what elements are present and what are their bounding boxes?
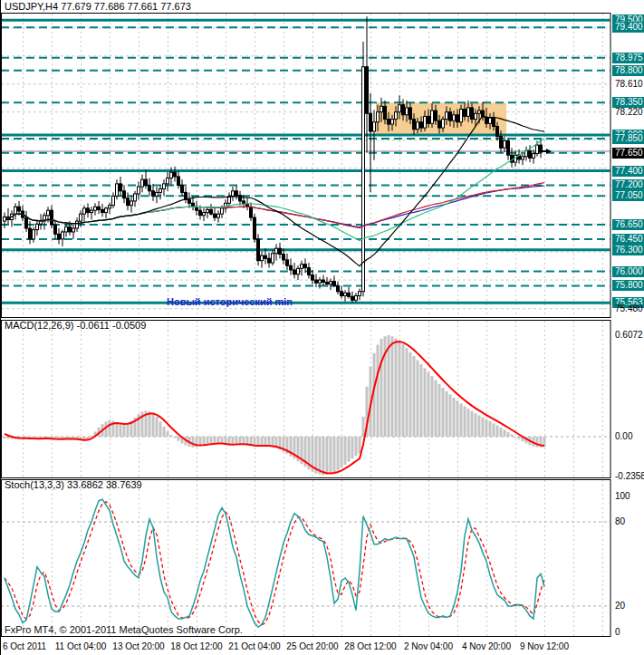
price-level-label: 76.650 (612, 219, 644, 230)
chart-title: USDJPY,H4 77.679 77.686 77.661 77.673 (5, 1, 191, 12)
time-axis-label: 4 Nov 20:00 (462, 641, 511, 651)
mt4-chart-window: USDJPY,H4 77.679 77.686 77.661 77.673 Но… (0, 0, 644, 655)
price-grid-label: 78.610 (612, 79, 644, 90)
price-level-label: 77.400 (612, 166, 644, 177)
current-price-label: 77.650 (612, 148, 644, 159)
stoch-plot-border (2, 480, 611, 637)
time-axis-label: 25 Oct 20:00 (286, 641, 338, 651)
macd-values: -0.0611 -0.0509 (76, 320, 146, 331)
price-level-label: 77.850 (612, 133, 644, 144)
time-axis-label: 11 Oct 04:00 (55, 641, 107, 651)
stoch-20-label: 20 (612, 601, 644, 612)
time-axis-label: 6 Oct 2011 (3, 641, 46, 651)
price-level-label: 76.000 (612, 266, 644, 277)
macd-panel: MACD(12,26,9) -0.0611 -0.0509 0.60720.00… (1, 319, 644, 478)
macd-min-label: -0.2358 (612, 471, 644, 482)
stochastic-panel: Stoch(13,3,3) 33.6862 38.7639 10080200 (1, 478, 644, 638)
main-chart-panel: USDJPY,H4 77.679 77.686 77.661 77.673 Но… (1, 0, 644, 319)
stochastic-canvas[interactable] (1, 478, 644, 638)
time-axis: 6 Oct 201111 Oct 04:0013 Oct 20:0018 Oct… (1, 638, 644, 655)
macd-max-label: 0.6072 (612, 330, 644, 341)
price-grid-label: 78.220 (612, 107, 644, 118)
stoch-80-label: 80 (612, 516, 644, 527)
price-chart-canvas[interactable] (1, 0, 644, 319)
stoch-percent-k-line (5, 499, 544, 627)
price-level-label: 75.800 (612, 280, 644, 291)
macd-zero-label: 0.00 (612, 431, 644, 442)
macd-title: MACD(12,26,9) -0.0611 -0.0509 (5, 320, 146, 331)
price-level-label: 76.300 (612, 245, 644, 255)
time-axis-label: 2 Nov 04:00 (404, 641, 453, 651)
time-axis-label: 18 Oct 12:00 (170, 641, 222, 651)
moving-average-sma-red (5, 183, 544, 228)
price-level-label: 77.200 (612, 179, 644, 190)
price-level-label: 79.400 (612, 22, 644, 33)
stoch-100-label: 100 (612, 491, 644, 502)
time-axis-label: 28 Oct 12:00 (344, 641, 396, 651)
time-axis-label: 21 Oct 04:00 (228, 641, 280, 651)
stochastic-title: Stoch(13,3,3) 33.6862 38.7639 (5, 479, 142, 490)
annotation-new-historic-min: Новый исторический min (167, 296, 293, 307)
price-level-label: 76.450 (612, 234, 644, 245)
price-grid-label: 75.480 (612, 303, 644, 314)
copyright-text: FxPro MT4, © 2001-2011 MetaQuotes Softwa… (5, 624, 243, 635)
price-level-label: 78.975 (612, 53, 644, 63)
price-level-label: 77.050 (612, 190, 644, 201)
time-axis-label: 9 Nov 12:00 (520, 641, 569, 651)
macd-histogram (4, 335, 546, 475)
price-level-label: 78.800 (612, 65, 644, 76)
stoch-values: 33.6862 38.7639 (67, 479, 142, 490)
stoch-0-label: 0 (612, 627, 644, 638)
candlesticks (4, 16, 546, 303)
macd-canvas[interactable] (1, 319, 644, 478)
time-axis-label: 13 Oct 20:00 (112, 641, 164, 651)
